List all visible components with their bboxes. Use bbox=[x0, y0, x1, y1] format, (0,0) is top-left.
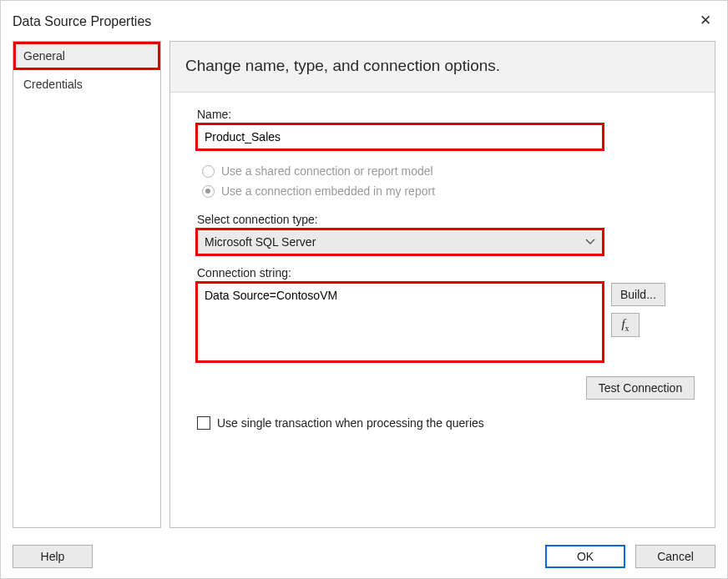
checkbox-label: Use single transaction when processing t… bbox=[217, 416, 484, 430]
main-content: Name: Use a shared connection or report … bbox=[170, 93, 715, 527]
radio-shared-connection: Use a shared connection or report model bbox=[202, 164, 696, 178]
sidebar-item-general[interactable]: General bbox=[13, 42, 160, 70]
sidebar: General Credentials bbox=[13, 41, 161, 528]
radio-embedded-connection: Use a connection embedded in my report bbox=[202, 184, 696, 198]
connection-mode-radios: Use a shared connection or report model … bbox=[202, 164, 696, 198]
test-connection-button[interactable]: Test Connection bbox=[586, 376, 695, 400]
connection-string-buttons: Build... fx bbox=[611, 283, 665, 337]
single-transaction-row[interactable]: Use single transaction when processing t… bbox=[197, 416, 696, 430]
connection-type-select[interactable]: Microsoft SQL Server bbox=[197, 229, 603, 254]
radio-icon bbox=[202, 185, 215, 198]
connection-string-label: Connection string: bbox=[197, 266, 696, 279]
fx-icon: fx bbox=[621, 317, 629, 330]
build-button[interactable]: Build... bbox=[611, 283, 665, 306]
sidebar-item-credentials[interactable]: Credentials bbox=[13, 70, 160, 98]
radio-label: Use a connection embedded in my report bbox=[221, 184, 435, 198]
connection-string-input[interactable] bbox=[197, 283, 603, 361]
dialog-title: Data Source Properties bbox=[13, 14, 151, 29]
sidebar-item-label: General bbox=[23, 49, 65, 63]
main-header: Change name, type, and connection option… bbox=[170, 42, 715, 93]
data-source-dialog: Data Source Properties ✕ General Credent… bbox=[0, 0, 728, 579]
ok-button[interactable]: OK bbox=[545, 545, 625, 568]
sidebar-item-label: Credentials bbox=[23, 78, 83, 91]
help-button[interactable]: Help bbox=[13, 545, 93, 568]
close-icon[interactable]: ✕ bbox=[694, 10, 717, 33]
dialog-footer: Help OK Cancel bbox=[1, 535, 727, 578]
radio-icon bbox=[202, 165, 215, 178]
name-label: Name: bbox=[197, 108, 696, 121]
main-panel: Change name, type, and connection option… bbox=[169, 41, 715, 528]
cancel-button[interactable]: Cancel bbox=[635, 545, 715, 568]
test-connection-row: Test Connection bbox=[197, 376, 695, 400]
select-value: Microsoft SQL Server bbox=[205, 235, 316, 249]
connection-string-row: Build... fx bbox=[197, 283, 696, 361]
expression-button[interactable]: fx bbox=[611, 313, 640, 337]
chevron-down-icon bbox=[585, 236, 595, 248]
checkbox-icon[interactable] bbox=[197, 416, 210, 430]
footer-right: OK Cancel bbox=[545, 545, 715, 568]
radio-label: Use a shared connection or report model bbox=[221, 164, 433, 178]
dialog-body: General Credentials Change name, type, a… bbox=[1, 41, 727, 528]
name-input[interactable] bbox=[197, 124, 603, 149]
titlebar: Data Source Properties ✕ bbox=[1, 1, 727, 41]
connection-type-label: Select connection type: bbox=[197, 213, 696, 226]
